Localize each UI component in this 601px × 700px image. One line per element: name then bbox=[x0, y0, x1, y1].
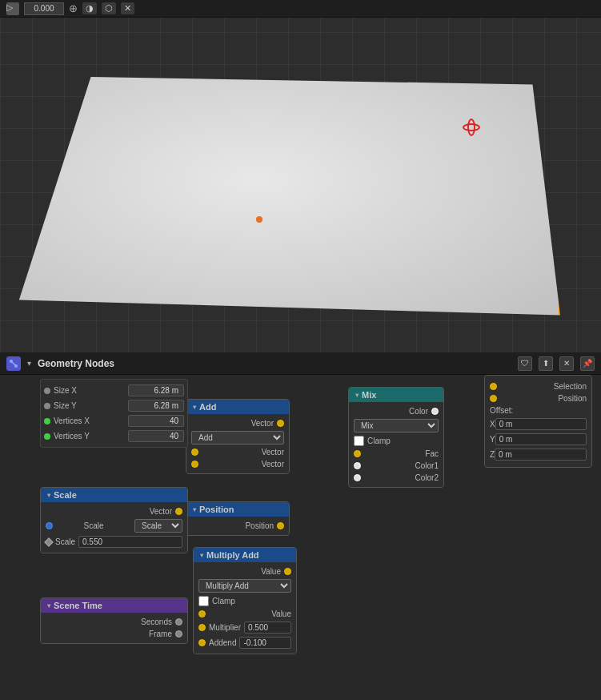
ma-mode-select[interactable]: Multiply Add bbox=[198, 579, 291, 593]
size-y-row: Size Y bbox=[44, 398, 184, 413]
seconds-socket bbox=[175, 618, 182, 626]
scale-vector-label: Vector bbox=[150, 507, 172, 516]
multiply-add-header: ▾ Multiply Add bbox=[194, 548, 296, 562]
selection-header-row: Selection bbox=[490, 380, 587, 392]
node-editor-dropdown[interactable]: ▾ bbox=[27, 359, 31, 368]
seconds-label: Seconds bbox=[141, 618, 172, 626]
size-y-input[interactable] bbox=[128, 400, 184, 412]
add-mode-select[interactable]: Add bbox=[191, 431, 284, 445]
mix-clamp-check[interactable] bbox=[354, 436, 364, 446]
frame-row: Frame bbox=[46, 628, 182, 640]
offset-z-input[interactable] bbox=[495, 449, 587, 461]
cursor-icon[interactable]: ⊕ bbox=[69, 2, 78, 14]
ma-value-out-socket bbox=[284, 568, 291, 575]
position-socket bbox=[490, 395, 497, 402]
mix-fac-row: Fac bbox=[354, 448, 439, 460]
vertices-y-input[interactable] bbox=[128, 430, 184, 442]
add-vector-out2-socket bbox=[191, 461, 198, 468]
mix-color2-socket bbox=[354, 474, 361, 481]
scale-vector-output: Vector bbox=[46, 505, 182, 517]
mix-node-header: ▾ Mix bbox=[349, 388, 443, 402]
multiply-add-body: Value Multiply Add Clamp Value bbox=[194, 562, 296, 654]
mix-mode-select[interactable]: Mix bbox=[354, 419, 439, 432]
size-x-dot bbox=[44, 388, 50, 394]
node-editor-type-icon[interactable] bbox=[6, 356, 21, 371]
selection-node: Selection Position Offset: X Y bbox=[484, 375, 592, 468]
add-node: ▾ Add Vector Add Vector bbox=[186, 399, 290, 474]
vertices-x-input[interactable] bbox=[128, 415, 184, 427]
ma-add-label: Addend bbox=[209, 638, 236, 647]
selection-label: Selection bbox=[554, 382, 587, 391]
mix-fac-label: Fac bbox=[425, 449, 439, 458]
scale-dropdown[interactable]: Scale bbox=[134, 519, 182, 533]
scale-input-socket bbox=[46, 522, 53, 529]
scale-node: ▾ Scale Vector Scale Scale bbox=[40, 487, 188, 553]
viewport-3d[interactable]: ▷ ⊕ ◑ ⬡ ✕ bbox=[0, 0, 601, 352]
scene-time-title: Scene Time bbox=[54, 601, 102, 610]
vertices-y-row: Vertices Y bbox=[44, 428, 184, 444]
ma-add-input[interactable] bbox=[239, 637, 291, 649]
vertices-x-row: Vertices X bbox=[44, 413, 184, 428]
node-shield-btn[interactable]: 🛡 bbox=[518, 356, 532, 371]
ma-value-in-socket bbox=[198, 610, 206, 618]
vertices-y-dot bbox=[44, 433, 50, 440]
frame-socket bbox=[175, 630, 182, 638]
position-out-row: Position bbox=[191, 520, 284, 532]
grid-props-group: Size X Size Y Vertices X bbox=[40, 379, 188, 448]
mesh-plane bbox=[8, 64, 560, 320]
ma-clamp-check[interactable] bbox=[198, 596, 209, 606]
node-pin-btn[interactable]: 📌 bbox=[580, 356, 595, 371]
position-collapse[interactable]: ▾ bbox=[193, 506, 196, 513]
scale-collapse-arrow[interactable]: ▾ bbox=[47, 492, 50, 499]
cursor-3d bbox=[463, 119, 477, 133]
mix-color-out-label: Color bbox=[409, 407, 428, 416]
add-vector-out1-row: Vector bbox=[191, 446, 284, 458]
viewport-mode-icon[interactable]: ▷ bbox=[6, 2, 19, 15]
add-vector-in-row: Vector bbox=[191, 417, 284, 429]
vertices-y-label: Vertices Y bbox=[54, 432, 90, 441]
position-node-body: Position bbox=[186, 517, 289, 535]
scene-time-header: ▾ Scene Time bbox=[41, 598, 187, 613]
size-x-input[interactable] bbox=[128, 384, 184, 396]
mix-collapse[interactable]: ▾ bbox=[355, 392, 359, 399]
node-canvas: ▾ Add Vector Add Vector bbox=[0, 375, 601, 700]
offset-label: Offset: bbox=[490, 406, 513, 415]
mix-color-out-socket bbox=[431, 408, 439, 415]
node-upload-btn[interactable]: ⬆ bbox=[539, 356, 553, 371]
node-editor-header: ▾ Geometry Nodes 🛡 ⬆ ✕ 📌 bbox=[0, 352, 601, 375]
vertices-x-dot bbox=[44, 418, 50, 424]
size-x-row: Size X bbox=[44, 383, 184, 398]
mix-node: ▾ Mix Color Mix Clamp bbox=[348, 387, 444, 488]
ma-dropdown-row: Multiply Add bbox=[198, 577, 291, 594]
offset-x-input[interactable] bbox=[495, 418, 587, 430]
mix-color2-row: Color2 bbox=[354, 472, 439, 484]
scale-value-input[interactable] bbox=[78, 536, 182, 548]
selection-socket bbox=[490, 383, 497, 390]
ma-mul-label: Multiplier bbox=[209, 623, 241, 632]
offset-y-label: Y bbox=[490, 435, 495, 444]
mix-dropdown-row: Mix bbox=[354, 417, 439, 434]
ma-collapse[interactable]: ▾ bbox=[200, 552, 203, 559]
ma-mul-socket bbox=[198, 624, 206, 631]
mix-color1-row: Color1 bbox=[354, 460, 439, 472]
overlay-icon[interactable]: ⬡ bbox=[102, 2, 116, 14]
ma-mul-input[interactable] bbox=[244, 622, 291, 634]
scene-time-collapse[interactable]: ▾ bbox=[47, 602, 50, 609]
node-close-btn[interactable]: ✕ bbox=[559, 356, 574, 371]
shading-icon[interactable]: ◑ bbox=[82, 2, 97, 14]
offset-header-row: Offset: bbox=[490, 404, 587, 416]
mix-fac-socket bbox=[354, 450, 361, 457]
mix-color2-label: Color2 bbox=[415, 473, 439, 482]
mix-color-out-row: Color bbox=[354, 405, 439, 417]
xray-icon[interactable]: ✕ bbox=[121, 2, 134, 14]
offset-y-input[interactable] bbox=[495, 433, 587, 445]
scale-value-socket bbox=[44, 537, 53, 546]
ma-value-in-row: Value bbox=[198, 608, 291, 620]
coord-x-input[interactable] bbox=[24, 2, 64, 15]
position-label2: Position bbox=[558, 394, 587, 403]
add-collapse[interactable]: ▾ bbox=[193, 404, 196, 411]
ma-clamp-row: Clamp bbox=[198, 594, 291, 608]
selection-node-body: Selection Position Offset: X Y bbox=[485, 376, 591, 467]
mix-color1-socket bbox=[354, 462, 361, 469]
ma-value-in-label: Value bbox=[271, 609, 291, 618]
